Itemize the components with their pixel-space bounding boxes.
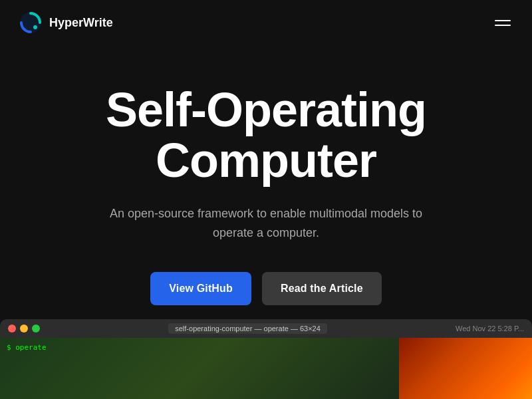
titlebar-center: self-operating-computer — operate — 63×2…: [44, 323, 452, 334]
terminal-left-pane[interactable]: $ operate: [0, 338, 399, 399]
menu-line-top: [495, 20, 511, 21]
svg-point-2: [33, 25, 37, 29]
logo-group[interactable]: HyperWrite: [19, 11, 113, 35]
view-github-button[interactable]: View GitHub: [150, 272, 251, 305]
cta-button-group: View GitHub Read the Article: [150, 272, 381, 305]
hero-section: Self-Operating Computer An open-source f…: [0, 45, 532, 332]
navbar: HyperWrite: [0, 0, 532, 45]
read-article-button[interactable]: Read the Article: [262, 272, 382, 305]
terminal-tab-label: self-operating-computer — operate — 63×2…: [168, 323, 327, 334]
titlebar-right: Wed Nov 22 5:28 P...: [456, 325, 524, 332]
hero-title: Self-Operating Computer: [27, 85, 505, 186]
datetime-label: Wed Nov 22 5:28 P...: [456, 325, 524, 332]
screenshot-preview: self-operating-computer — operate — 63×2…: [0, 319, 532, 399]
hero-subtitle: An open-source framework to enable multi…: [100, 204, 432, 243]
terminal-body: $ operate: [0, 338, 532, 399]
menu-line-bottom: [495, 25, 511, 26]
hamburger-menu-button[interactable]: [492, 17, 513, 29]
close-window-button[interactable]: [8, 325, 16, 332]
terminal-titlebar: self-operating-computer — operate — 63×2…: [0, 319, 532, 338]
hyperwrite-logo-icon: [19, 11, 43, 35]
window-controls: [8, 325, 40, 332]
brand-name: HyperWrite: [49, 16, 113, 30]
minimize-window-button[interactable]: [20, 325, 28, 332]
terminal-right-pane: [399, 338, 532, 399]
terminal-window: self-operating-computer — operate — 63×2…: [0, 319, 532, 399]
maximize-window-button[interactable]: [32, 325, 40, 332]
terminal-prompt: $ operate: [7, 343, 47, 352]
